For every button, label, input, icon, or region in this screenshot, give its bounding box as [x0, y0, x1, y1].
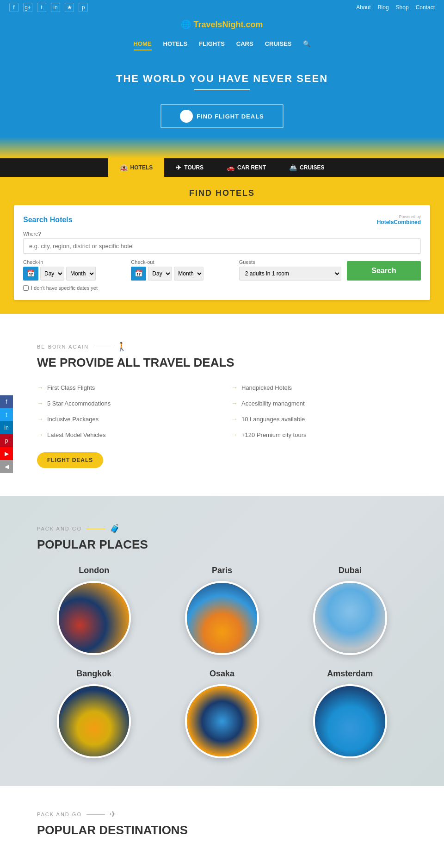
hotels-icon: 🏨	[120, 164, 128, 171]
deal-item-r1: → Accesibility managment	[231, 397, 407, 409]
nav-cruises[interactable]: CRUISES	[265, 38, 292, 50]
place-amsterdam-image	[313, 684, 387, 758]
nav-flights[interactable]: FLIGHTS	[199, 38, 225, 50]
place-osaka-image	[185, 684, 259, 758]
social-icon-pinterest[interactable]: p	[79, 3, 88, 12]
deal-arrow-2: →	[37, 415, 43, 423]
search-box: Search Hotels Powered by HotelsCombined …	[14, 205, 430, 300]
social-pinterest[interactable]: p	[0, 434, 13, 447]
deal-text-3: Latest Model Vehicles	[47, 431, 105, 438]
top-bar: f g+ t in ★ p About Blog Shop Contact	[0, 0, 444, 15]
search-dates-row: Check-in 📅 Day Month Check-out 📅 Day	[23, 259, 421, 281]
tab-tours[interactable]: ✈ TOURS	[164, 158, 215, 177]
social-icon-twitter[interactable]: t	[37, 3, 46, 12]
nav-search-icon[interactable]: 🔍	[303, 38, 310, 50]
deal-item-r3: → +120 Premium city tours	[231, 429, 407, 441]
booking-tabs: 🏨 HOTELS ✈ TOURS 🚗 CAR RENT 🚢 CRUISES	[0, 158, 444, 177]
tab-cruises[interactable]: 🚢 CRUISES	[278, 158, 336, 177]
no-dates-row: I don't have specific dates yet	[23, 285, 421, 291]
nav-blog[interactable]: Blog	[378, 4, 389, 11]
popular-destinations-title: POPULAR DESTINATIONS	[37, 823, 407, 837]
tab-car-rent[interactable]: 🚗 CAR RENT	[215, 158, 278, 177]
social-icon-facebook[interactable]: f	[9, 3, 18, 12]
checkin-month-select[interactable]: Month	[66, 267, 96, 281]
deal-arrow-1: →	[37, 400, 43, 407]
checkout-input: 📅 Day Month	[131, 267, 233, 281]
nav-home[interactable]: HOME	[134, 38, 152, 50]
nav-shop[interactable]: Shop	[396, 4, 409, 11]
social-icon-google[interactable]: g+	[23, 3, 32, 12]
nav-hotels[interactable]: HOTELS	[163, 38, 188, 50]
deals-label-text: BE BORN AGAIN	[37, 344, 89, 350]
deal-arrow-r0: →	[231, 384, 238, 391]
social-youtube[interactable]: ▶	[0, 447, 13, 460]
social-facebook[interactable]: f	[0, 395, 13, 408]
destinations-section-label: PACK AND GO ✈	[37, 809, 407, 819]
deal-arrow-r1: →	[231, 400, 238, 407]
deal-text-0: First Class Flights	[47, 384, 95, 391]
deal-arrow-3: →	[37, 431, 43, 438]
where-input[interactable]	[23, 238, 421, 254]
deal-arrow-r2: →	[231, 415, 238, 423]
checkin-day-select[interactable]: Day	[40, 267, 64, 281]
nav-about[interactable]: About	[356, 4, 370, 11]
checkout-month-select[interactable]: Month	[174, 267, 204, 281]
flight-deals-button[interactable]: FLIGHT DEALS	[37, 452, 103, 468]
tours-icon: ✈	[176, 164, 181, 171]
social-sidebar: f t in p ▶ ◀	[0, 395, 13, 473]
deal-arrow-r3: →	[231, 431, 238, 438]
checkin-col: Check-in 📅 Day Month	[23, 259, 125, 281]
search-section: FIND HOTELS Search Hotels Powered by Hot…	[0, 177, 444, 314]
checkout-day-select[interactable]: Day	[148, 267, 172, 281]
main-nav: HOME HOTELS FLIGHTS CARS CRUISES 🔍	[0, 34, 444, 54]
deal-item-1: → 5 Star Accommodations	[37, 397, 213, 409]
place-dubai[interactable]: Dubai	[293, 566, 407, 655]
search-button[interactable]: Search	[347, 261, 421, 281]
hero-title: THE WORLD YOU HAVE NEVER SEEN	[0, 73, 444, 85]
find-flight-button[interactable]: FIND FLIGHT DEALS	[160, 104, 284, 128]
guests-col: Guests 2 adults in 1 room	[239, 259, 341, 281]
place-london-name: London	[37, 566, 151, 575]
deal-text-1: 5 Star Accommodations	[47, 400, 111, 407]
place-london[interactable]: London	[37, 566, 151, 655]
toggle-circle-icon	[180, 110, 193, 123]
place-amsterdam[interactable]: Amsterdam	[293, 669, 407, 758]
top-nav: About Blog Shop Contact	[356, 4, 435, 11]
tab-hotels[interactable]: 🏨 HOTELS	[108, 158, 165, 177]
place-osaka[interactable]: Osaka	[165, 669, 279, 758]
place-bangkok-name: Bangkok	[37, 669, 151, 679]
place-paris-image	[185, 581, 259, 655]
checkin-label: Check-in	[23, 259, 125, 265]
place-london-image	[57, 581, 131, 655]
place-paris[interactable]: Paris	[165, 566, 279, 655]
places-grid: London Paris Dubai Bangkok	[37, 566, 407, 758]
social-icon-instagram[interactable]: in	[51, 3, 60, 12]
deals-title: WE PROVIDE ALL TRAVEL DEALS	[37, 356, 407, 370]
place-bangkok-image	[57, 684, 131, 758]
place-paris-name: Paris	[165, 566, 279, 575]
social-linkedin[interactable]: in	[0, 421, 13, 434]
social-hide[interactable]: ◀	[0, 460, 13, 473]
hero-section: 🌐 TravelsNight.com HOME HOTELS FLIGHTS C…	[0, 15, 444, 158]
where-label: Where?	[23, 231, 421, 237]
checkin-input: 📅 Day Month	[23, 267, 125, 281]
nav-cars[interactable]: CARS	[236, 38, 253, 50]
popular-content: PACK AND GO 🧳 POPULAR PLACES London Pari…	[37, 524, 407, 758]
no-dates-checkbox[interactable]	[23, 285, 29, 291]
site-logo: 🌐 TravelsNight.com	[0, 15, 444, 34]
place-amsterdam-name: Amsterdam	[293, 669, 407, 679]
deals-section-label: BE BORN AGAIN 🚶	[37, 342, 407, 352]
nav-contact[interactable]: Contact	[416, 4, 435, 11]
destinations-label-text: PACK AND GO	[37, 812, 82, 817]
deals-section: BE BORN AGAIN 🚶 WE PROVIDE ALL TRAVEL DE…	[0, 314, 444, 496]
top-social-links: f g+ t in ★ p	[9, 3, 88, 12]
social-icon-star[interactable]: ★	[65, 3, 74, 12]
popular-label-line	[86, 529, 105, 529]
deal-item-3: → Latest Model Vehicles	[37, 429, 213, 441]
deal-item-2: → Inclusive Packages	[37, 413, 213, 425]
checkout-col: Check-out 📅 Day Month	[131, 259, 233, 281]
guests-select[interactable]: 2 adults in 1 room	[239, 267, 341, 281]
social-twitter[interactable]: t	[0, 408, 13, 421]
place-bangkok[interactable]: Bangkok	[37, 669, 151, 758]
checkin-calendar-icon: 📅	[23, 267, 38, 281]
